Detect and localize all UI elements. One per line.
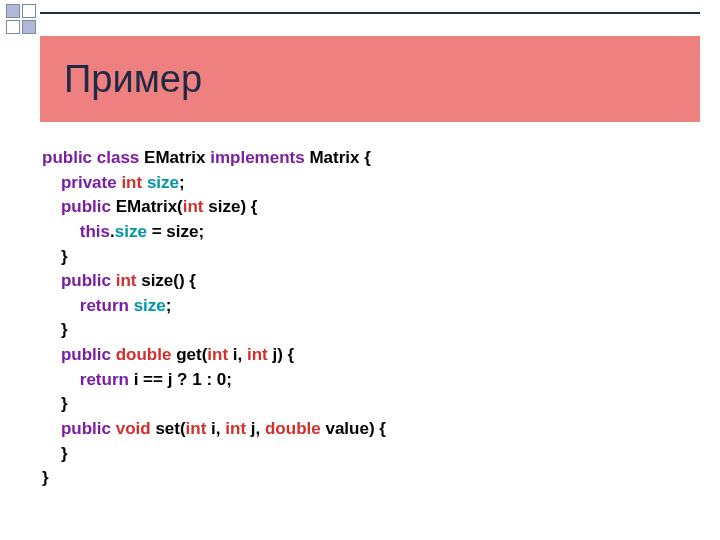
code-line: return size; xyxy=(42,296,171,315)
code-line: } xyxy=(42,247,68,266)
slide: Пример public class EMatrix implements M… xyxy=(0,0,720,540)
code-block: public class EMatrix implements Matrix {… xyxy=(42,146,386,491)
corner-square-icon xyxy=(6,20,20,34)
code-line: public EMatrix(int size) { xyxy=(42,197,257,216)
code-line: private int size; xyxy=(42,173,185,192)
corner-square-icon xyxy=(22,20,36,34)
corner-square-icon xyxy=(6,4,20,18)
slide-title: Пример xyxy=(40,36,700,122)
code-line: public void set(int i, int j, double val… xyxy=(42,419,386,438)
code-line: } xyxy=(42,320,68,339)
code-line: public double get(int i, int j) { xyxy=(42,345,294,364)
code-line: public class EMatrix implements Matrix { xyxy=(42,148,371,167)
code-line: } xyxy=(42,394,68,413)
top-rule xyxy=(40,12,700,14)
code-line: return i == j ? 1 : 0; xyxy=(42,370,232,389)
code-line: } xyxy=(42,468,49,487)
code-line: public int size() { xyxy=(42,271,196,290)
code-line: this.size = size; xyxy=(42,222,204,241)
corner-square-icon xyxy=(22,4,36,18)
code-line: } xyxy=(42,444,68,463)
